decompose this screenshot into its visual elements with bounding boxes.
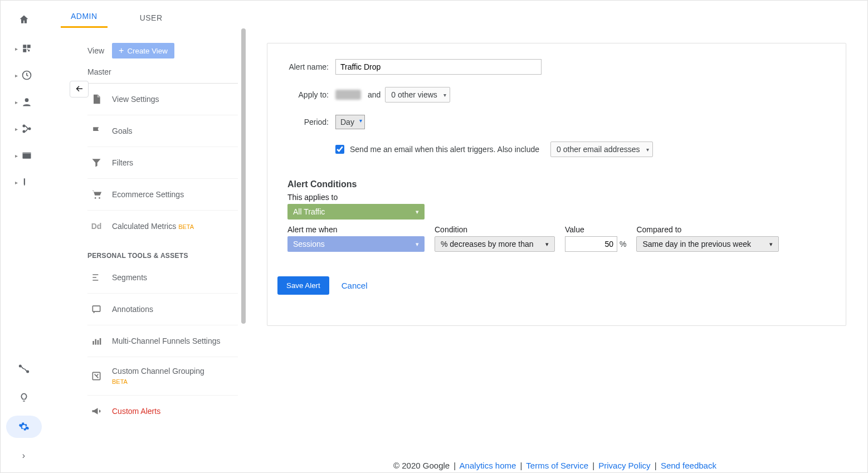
realtime-icon[interactable]: ▸ — [6, 64, 42, 86]
svg-point-13 — [27, 370, 28, 372]
alert-name-input[interactable] — [335, 59, 542, 75]
applies-to-dropdown[interactable]: All Traffic — [287, 204, 425, 220]
view-sidebar: View + Create View Master View Settings — [47, 28, 242, 472]
condition-dropdown[interactable]: % decreases by more than — [435, 236, 555, 252]
alert-when-label: Alert me when — [287, 225, 425, 234]
footer-link-feedback[interactable]: Send feedback — [661, 461, 716, 470]
admin-user-tabs: ADMIN USER — [47, 1, 867, 28]
main-panel: Alert name: Apply to: and 0 other views … — [242, 28, 867, 472]
svg-point-9 — [23, 130, 25, 132]
save-alert-button[interactable]: Save Alert — [277, 276, 329, 295]
plus-icon: + — [119, 46, 124, 55]
applies-to-label: This applies to — [287, 193, 425, 202]
sidebar-item-segments[interactable]: Segments — [87, 262, 238, 294]
period-label: Period: — [277, 118, 329, 126]
footer-link-home[interactable]: Analytics home — [460, 461, 516, 470]
grouping-icon — [90, 369, 103, 383]
sidebar-item-ecommerce[interactable]: Ecommerce Settings — [87, 179, 238, 211]
conditions-title: Alert Conditions — [287, 179, 836, 189]
back-button[interactable] — [70, 81, 89, 97]
sidebar-item-goals[interactable]: Goals — [87, 115, 238, 147]
view-label: View — [87, 46, 104, 55]
svg-point-14 — [95, 197, 96, 199]
sidebar-item-custom-alerts[interactable]: Custom Alerts — [87, 396, 238, 427]
attribution-icon[interactable] — [6, 358, 42, 380]
value-label: Value — [565, 225, 626, 234]
svg-point-6 — [25, 98, 29, 102]
behavior-icon[interactable]: ▸ — [6, 144, 42, 167]
other-views-dropdown[interactable]: 0 other views — [385, 87, 450, 103]
alert-name-label: Alert name: — [277, 62, 329, 71]
sidebar-item-view-settings[interactable]: View Settings — [87, 84, 238, 115]
svg-point-12 — [19, 365, 21, 367]
compared-dropdown[interactable]: Same day in the previous week — [636, 236, 779, 252]
svg-rect-16 — [92, 306, 100, 311]
funnel-icon — [90, 156, 103, 169]
footer-link-privacy[interactable]: Privacy Policy — [598, 461, 650, 470]
cart-icon — [90, 188, 103, 201]
alert-form-card: Alert name: Apply to: and 0 other views … — [267, 43, 846, 326]
section-header: PERSONAL TOOLS & ASSETS — [87, 242, 238, 262]
other-emails-dropdown[interactable]: 0 other email addresses — [550, 142, 652, 157]
sidebar-item-annotations[interactable]: Annotations — [87, 294, 238, 325]
bars-icon — [90, 334, 103, 348]
email-checkbox[interactable] — [335, 145, 344, 154]
svg-rect-19 — [97, 340, 99, 344]
svg-point-15 — [99, 197, 100, 199]
period-dropdown[interactable]: Day — [335, 115, 365, 129]
tab-user[interactable]: USER — [130, 13, 173, 28]
footer-link-tos[interactable]: Terms of Service — [526, 461, 588, 470]
blurred-view-name — [335, 90, 361, 100]
svg-rect-2 — [23, 49, 26, 52]
home-icon[interactable] — [6, 6, 42, 33]
alert-when-dropdown[interactable]: Sessions — [287, 236, 425, 252]
apply-to-label: Apply to: — [277, 90, 329, 99]
svg-rect-4 — [27, 49, 28, 50]
conversions-icon[interactable]: ▸ — [6, 171, 42, 193]
condition-label: Condition — [435, 225, 555, 234]
compared-label: Compared to — [636, 225, 779, 234]
svg-rect-1 — [27, 45, 31, 48]
svg-rect-3 — [28, 50, 30, 51]
svg-rect-11 — [23, 152, 31, 154]
document-icon — [90, 92, 103, 106]
segments-icon — [90, 271, 103, 284]
sidebar-item-filters[interactable]: Filters — [87, 147, 238, 179]
value-input[interactable] — [565, 236, 617, 252]
sidebar-item-calculated-metrics[interactable]: Dd Calculated MetricsBETA — [87, 211, 238, 242]
and-text: and — [368, 90, 381, 99]
flag-icon — [90, 124, 103, 138]
dd-icon: Dd — [90, 220, 103, 233]
collapse-icon[interactable]: › — [6, 445, 42, 467]
footer: © 2020 Google | Analytics home | Terms o… — [242, 461, 867, 470]
left-icon-rail: ▸ ▸ ▸ ▸ ▸ ▸ › — [1, 1, 47, 472]
copyright: © 2020 Google — [393, 461, 450, 470]
admin-gear-icon[interactable] — [6, 416, 42, 438]
svg-rect-20 — [100, 338, 101, 345]
svg-point-7 — [23, 125, 25, 126]
megaphone-icon — [90, 404, 103, 418]
discover-icon[interactable] — [6, 387, 42, 409]
value-suffix: % — [620, 240, 626, 248]
acquisition-icon[interactable]: ▸ — [6, 118, 42, 140]
svg-rect-18 — [95, 339, 97, 345]
audience-icon[interactable]: ▸ — [6, 91, 42, 113]
tab-admin[interactable]: ADMIN — [61, 12, 108, 28]
create-view-button[interactable]: + Create View — [112, 43, 174, 58]
sidebar-item-mcf[interactable]: Multi-Channel Funnels Settings — [87, 325, 238, 357]
sidebar-item-channel-grouping[interactable]: Custom Channel GroupingBETA — [87, 357, 238, 396]
svg-point-8 — [28, 128, 30, 129]
svg-rect-0 — [23, 45, 26, 48]
view-name[interactable]: Master — [87, 64, 238, 84]
customization-icon[interactable]: ▸ — [6, 37, 42, 60]
email-text: Send me an email when this alert trigger… — [350, 145, 539, 154]
svg-rect-17 — [92, 341, 94, 345]
annotation-icon — [90, 303, 103, 316]
cancel-button[interactable]: Cancel — [342, 281, 368, 290]
